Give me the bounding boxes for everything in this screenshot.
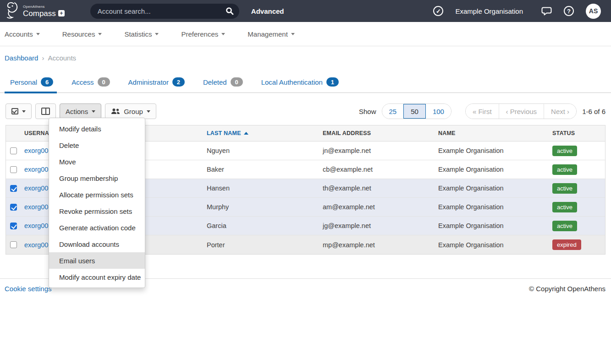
last-name-cell: Hansen xyxy=(203,185,319,192)
email-cell: jg@example.net xyxy=(319,222,435,229)
row-checkbox[interactable] xyxy=(10,223,17,229)
nav-item-resources[interactable]: Resources xyxy=(62,30,102,38)
pagination-group: « First ‹ Previous Next › xyxy=(465,103,577,119)
menu-item-modify-details[interactable]: Modify details xyxy=(49,120,145,137)
brand-large-label: Compass xyxy=(23,10,56,17)
chevron-down-icon xyxy=(36,33,40,35)
show-label: Show xyxy=(359,108,376,115)
cookie-settings-link[interactable]: Cookie settings xyxy=(5,285,52,293)
nav-item-statistics[interactable]: Statistics xyxy=(124,30,159,38)
breadcrumb-current: Accounts xyxy=(48,54,76,62)
feedback-chat-icon[interactable] xyxy=(541,6,552,16)
page-size-50-button[interactable]: 50 xyxy=(403,104,426,119)
menu-item-generate-activation-code[interactable]: Generate activation code xyxy=(49,219,145,236)
sort-ascending-icon xyxy=(244,132,248,135)
column-header-status[interactable]: STATUS xyxy=(549,130,605,136)
tab-count-badge: 2 xyxy=(172,77,185,87)
organisation-name: Example Organisation xyxy=(455,7,523,15)
name-cell: Example Organisation xyxy=(435,166,549,173)
group-dropdown-button[interactable]: Group xyxy=(105,103,156,119)
email-cell: th@example.net xyxy=(319,185,435,192)
breadcrumb: Dashboard › Accounts xyxy=(0,46,611,62)
user-avatar[interactable]: AS xyxy=(586,4,601,19)
search-icon[interactable] xyxy=(226,7,234,15)
row-checkbox[interactable] xyxy=(10,241,17,248)
first-page-button[interactable]: « First xyxy=(466,104,499,119)
tab-personal[interactable]: Personal 6 xyxy=(10,77,53,92)
help-icon[interactable]: ? xyxy=(564,6,574,16)
nav-item-management[interactable]: Management xyxy=(248,30,295,38)
row-checkbox[interactable] xyxy=(10,204,17,211)
menu-item-modify-account-expiry-date[interactable]: Modify account expiry date xyxy=(49,269,145,285)
page-size-group: 25 50 100 xyxy=(382,103,451,119)
actions-dropdown-menu: Modify details Delete Move Group members… xyxy=(49,118,145,288)
last-name-cell: Baker xyxy=(203,166,319,173)
previous-page-button[interactable]: ‹ Previous xyxy=(499,104,544,119)
top-bar: OpenAthens Compass Advanced ✓ Example Or… xyxy=(0,0,611,22)
status-badge: active xyxy=(552,202,577,212)
brand-small-label: OpenAthens xyxy=(23,5,65,9)
tab-count-badge: 0 xyxy=(98,77,110,87)
tab-access[interactable]: Access 0 xyxy=(72,77,110,92)
column-header-name[interactable]: NAME xyxy=(435,130,549,136)
chevron-down-icon xyxy=(147,110,150,113)
menu-item-move[interactable]: Move xyxy=(49,153,145,170)
column-header-last-name[interactable]: LAST NAME xyxy=(203,130,319,136)
name-cell: Example Organisation xyxy=(435,241,549,249)
last-name-cell: Nguyen xyxy=(203,147,319,154)
name-cell: Example Organisation xyxy=(435,222,549,229)
name-cell: Example Organisation xyxy=(435,185,549,192)
brand-logo[interactable]: OpenAthens Compass xyxy=(5,1,65,21)
actions-dropdown-button[interactable]: Actions xyxy=(60,103,101,119)
last-name-cell: Murphy xyxy=(203,203,319,211)
page-size-25-button[interactable]: 25 xyxy=(382,104,404,119)
email-cell: cb@example.net xyxy=(319,166,435,173)
breadcrumb-dashboard-link[interactable]: Dashboard xyxy=(5,54,38,62)
menu-item-allocate-permission-sets[interactable]: Allocate permission sets xyxy=(49,186,145,203)
nav-item-accounts[interactable]: Accounts xyxy=(5,30,40,38)
chevron-down-icon xyxy=(221,33,225,35)
menu-item-revoke-permission-sets[interactable]: Revoke permission sets xyxy=(49,203,145,219)
menu-item-email-users[interactable]: Email users xyxy=(49,252,145,269)
row-checkbox[interactable] xyxy=(10,147,17,154)
chevron-down-icon xyxy=(92,110,95,113)
tab-local-authentication[interactable]: Local Authentication 1 xyxy=(261,77,339,92)
result-range-label: 1-6 of 6 xyxy=(582,108,605,115)
status-badge: active xyxy=(552,183,577,194)
name-cell: Example Organisation xyxy=(435,203,549,211)
copyright-text: © Copyright OpenAthens xyxy=(529,285,605,293)
next-page-button[interactable]: Next › xyxy=(544,104,576,119)
menu-item-group-membership[interactable]: Group membership xyxy=(49,170,145,186)
chevron-down-icon xyxy=(291,33,295,35)
status-check-circle-icon[interactable]: ✓ xyxy=(433,6,443,16)
checkbox-icon xyxy=(11,108,18,114)
column-settings-button[interactable] xyxy=(35,103,56,119)
tab-administrator[interactable]: Administrator 2 xyxy=(128,77,185,92)
select-all-dropdown-button[interactable] xyxy=(6,103,32,119)
breadcrumb-separator: › xyxy=(42,54,44,62)
chevron-down-icon xyxy=(155,33,159,35)
chevron-down-icon xyxy=(22,110,26,113)
last-name-cell: Garcia xyxy=(203,222,319,229)
email-cell: am@example.net xyxy=(319,203,435,211)
tab-count-badge: 6 xyxy=(41,77,53,87)
advanced-search-link[interactable]: Advanced xyxy=(251,7,284,15)
plus-icon xyxy=(58,10,65,16)
nav-item-preferences[interactable]: Preferences xyxy=(181,30,225,38)
tab-deleted[interactable]: Deleted 0 xyxy=(203,77,243,92)
column-header-email[interactable]: EMAIL ADDRESS xyxy=(319,130,435,136)
openathens-owl-icon xyxy=(5,1,20,21)
row-checkbox[interactable] xyxy=(10,185,17,192)
tab-count-badge: 0 xyxy=(231,77,243,87)
page-size-100-button[interactable]: 100 xyxy=(426,104,451,119)
main-nav: Accounts Resources Statistics Preference… xyxy=(0,22,611,46)
email-cell: mp@example.net xyxy=(319,241,435,249)
account-search-input[interactable] xyxy=(98,7,226,15)
account-tabs: Personal 6 Access 0 Administrator 2 Dele… xyxy=(0,62,611,93)
row-checkbox[interactable] xyxy=(10,166,17,173)
name-cell: Example Organisation xyxy=(435,147,549,154)
menu-item-delete[interactable]: Delete xyxy=(49,137,145,153)
status-badge: expired xyxy=(552,239,581,250)
menu-item-download-accounts[interactable]: Download accounts xyxy=(49,236,145,252)
group-people-icon xyxy=(111,108,120,115)
